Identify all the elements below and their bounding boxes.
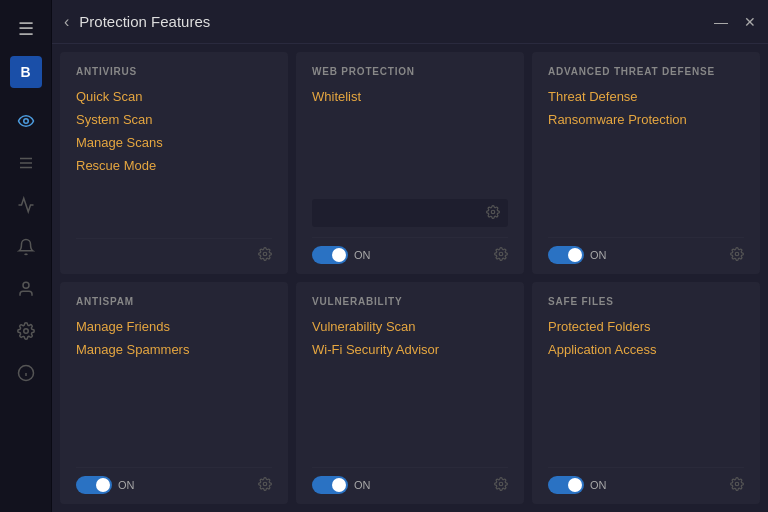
svg-point-5: [23, 329, 28, 334]
card-title-antivirus: ANTIVIRUS: [76, 66, 272, 77]
web-protection-gear-icon[interactable]: [494, 247, 508, 264]
antispam-footer: ON: [76, 467, 272, 494]
svg-point-14: [499, 482, 503, 486]
antispam-links: Manage Friends Manage Spammers: [76, 319, 272, 457]
web-protection-toggle-container: ON: [312, 246, 484, 264]
back-button[interactable]: ‹: [64, 13, 69, 31]
svg-point-9: [263, 252, 267, 256]
menu-button[interactable]: ☰: [10, 10, 42, 48]
link-system-scan[interactable]: System Scan: [76, 112, 272, 127]
card-advanced-threat: ADVANCED THREAT DEFENSE Threat Defense R…: [532, 52, 760, 274]
web-input-area: [312, 199, 508, 227]
safe-files-links: Protected Folders Application Access: [548, 319, 744, 457]
sidebar-icon-settings[interactable]: [0, 312, 51, 354]
antispam-toggle[interactable]: [76, 476, 112, 494]
card-web-protection: WEB PROTECTION Whitelist ON: [296, 52, 524, 274]
card-title-safe-files: SAFE FILES: [548, 296, 744, 307]
vulnerability-toggle-container: ON: [312, 476, 484, 494]
link-wifi-security-advisor[interactable]: Wi-Fi Security Advisor: [312, 342, 508, 357]
antispam-toggle-knob: [96, 478, 110, 492]
link-manage-scans[interactable]: Manage Scans: [76, 135, 272, 150]
link-application-access[interactable]: Application Access: [548, 342, 744, 357]
link-manage-friends[interactable]: Manage Friends: [76, 319, 272, 334]
vulnerability-gear-icon[interactable]: [494, 477, 508, 494]
advanced-threat-toggle[interactable]: [548, 246, 584, 264]
svg-point-12: [735, 252, 739, 256]
antivirus-links: Quick Scan System Scan Manage Scans Resc…: [76, 89, 272, 228]
page-title: Protection Features: [79, 13, 714, 30]
safe-files-footer: ON: [548, 467, 744, 494]
main-content: ‹ Protection Features — ✕ ANTIVIRUS Quic…: [52, 0, 768, 512]
svg-point-4: [23, 282, 29, 288]
safe-files-toggle-knob: [568, 478, 582, 492]
card-safe-files: SAFE FILES Protected Folders Application…: [532, 282, 760, 504]
card-title-antispam: ANTISPAM: [76, 296, 272, 307]
titlebar: ‹ Protection Features — ✕: [52, 0, 768, 44]
sidebar-icon-bell[interactable]: [0, 228, 51, 270]
antispam-toggle-container: ON: [76, 476, 248, 494]
card-antispam: ANTISPAM Manage Friends Manage Spammers …: [60, 282, 288, 504]
app-logo: B: [10, 56, 42, 88]
advanced-threat-toggle-knob: [568, 248, 582, 262]
antispam-toggle-label: ON: [118, 479, 135, 491]
vulnerability-toggle-label: ON: [354, 479, 371, 491]
sidebar-icon-user[interactable]: [0, 270, 51, 312]
web-protection-toggle-label: ON: [354, 249, 371, 261]
close-button[interactable]: ✕: [744, 14, 756, 30]
link-ransomware-protection[interactable]: Ransomware Protection: [548, 112, 744, 127]
link-manage-spammers[interactable]: Manage Spammers: [76, 342, 272, 357]
sidebar-icon-analytics[interactable]: [0, 186, 51, 228]
advanced-threat-links: Threat Defense Ransomware Protection: [548, 89, 744, 227]
antivirus-gear-icon[interactable]: [258, 247, 272, 264]
svg-point-13: [263, 482, 267, 486]
link-quick-scan[interactable]: Quick Scan: [76, 89, 272, 104]
antispam-gear-icon[interactable]: [258, 477, 272, 494]
vulnerability-links: Vulnerability Scan Wi-Fi Security Adviso…: [312, 319, 508, 457]
vulnerability-toggle-knob: [332, 478, 346, 492]
link-vulnerability-scan[interactable]: Vulnerability Scan: [312, 319, 508, 334]
svg-point-0: [23, 119, 28, 124]
window-controls: — ✕: [714, 14, 756, 30]
svg-point-15: [735, 482, 739, 486]
web-protection-footer: ON: [312, 237, 508, 264]
card-vulnerability: VULNERABILITY Vulnerability Scan Wi-Fi S…: [296, 282, 524, 504]
svg-point-10: [491, 210, 495, 214]
advanced-threat-footer: ON: [548, 237, 744, 264]
web-input-gear-icon[interactable]: [486, 205, 500, 222]
minimize-button[interactable]: —: [714, 14, 728, 30]
svg-point-11: [499, 252, 503, 256]
sidebar-icon-info[interactable]: [0, 354, 51, 396]
web-protection-toggle[interactable]: [312, 246, 348, 264]
vulnerability-footer: ON: [312, 467, 508, 494]
card-title-vulnerability: VULNERABILITY: [312, 296, 508, 307]
web-protection-links: Whitelist: [312, 89, 508, 195]
link-threat-defense[interactable]: Threat Defense: [548, 89, 744, 104]
sidebar: ☰ B: [0, 0, 52, 512]
card-antivirus: ANTIVIRUS Quick Scan System Scan Manage …: [60, 52, 288, 274]
safe-files-toggle[interactable]: [548, 476, 584, 494]
web-protection-toggle-knob: [332, 248, 346, 262]
safe-files-toggle-container: ON: [548, 476, 720, 494]
safe-files-gear-icon[interactable]: [730, 477, 744, 494]
vulnerability-toggle[interactable]: [312, 476, 348, 494]
sidebar-icon-eye[interactable]: [0, 102, 51, 144]
advanced-threat-toggle-label: ON: [590, 249, 607, 261]
antivirus-footer: [76, 238, 272, 264]
advanced-threat-gear-icon[interactable]: [730, 247, 744, 264]
sidebar-icon-tools[interactable]: [0, 144, 51, 186]
safe-files-toggle-label: ON: [590, 479, 607, 491]
link-whitelist[interactable]: Whitelist: [312, 89, 508, 104]
link-protected-folders[interactable]: Protected Folders: [548, 319, 744, 334]
link-rescue-mode[interactable]: Rescue Mode: [76, 158, 272, 173]
card-title-web-protection: WEB PROTECTION: [312, 66, 508, 77]
card-title-advanced-threat: ADVANCED THREAT DEFENSE: [548, 66, 744, 77]
cards-grid: ANTIVIRUS Quick Scan System Scan Manage …: [52, 44, 768, 512]
advanced-threat-toggle-container: ON: [548, 246, 720, 264]
